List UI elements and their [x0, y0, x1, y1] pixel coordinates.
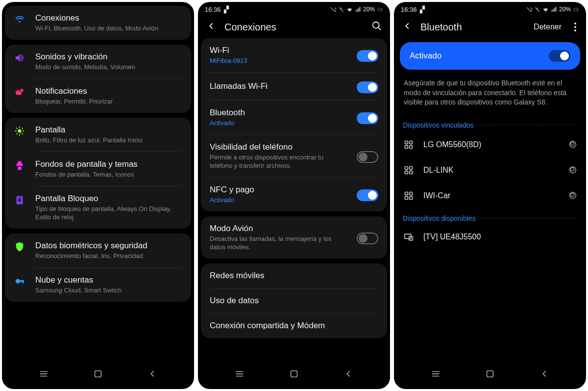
paired-device-row[interactable]: LG OM5560(8D)	[394, 132, 586, 157]
svg-rect-4	[18, 199, 21, 202]
row-nube[interactable]: Nube y cuentasSamsung Cloud, Smart Switc…	[5, 268, 191, 302]
svg-rect-14	[578, 9, 578, 10]
nav-bar	[198, 362, 390, 389]
bluetooth-screen: 16:36▞ 20% Bluetooth Detener Activado As…	[394, 2, 586, 389]
row-fondos[interactable]: Fondos de pantalla y temasFondos de pant…	[5, 152, 191, 186]
key-icon	[13, 276, 26, 287]
device-settings-button[interactable]	[567, 139, 577, 151]
svg-point-5	[16, 279, 20, 283]
card-connections: ConexionesWi-Fi, Bluetooth, Uso de datos…	[5, 6, 191, 40]
page-title: Conexiones	[224, 22, 364, 33]
bluetooth-info-text: Asegúrate de que tu dispositivo Bluetoot…	[394, 76, 586, 115]
more-menu[interactable]	[572, 21, 578, 33]
svg-rect-16	[410, 141, 413, 144]
wifi-toggle[interactable]	[357, 50, 378, 62]
svg-rect-15	[405, 141, 408, 144]
nfc-toggle[interactable]	[357, 189, 378, 201]
device-grid-icon	[403, 140, 415, 150]
settings-main-screen: ConexionesWi-Fi, Bluetooth, Uso de datos…	[2, 2, 194, 389]
row-modem[interactable]: Conexión compartida y Módem	[201, 313, 387, 338]
row-airplane[interactable]: Modo AviónDesactiva las llamadas, la men…	[201, 216, 387, 259]
device-settings-button[interactable]	[567, 190, 577, 202]
section-paired-devices: Dispositivos vinculados	[394, 115, 586, 132]
svg-rect-18	[410, 145, 413, 148]
airplane-toggle[interactable]	[357, 233, 378, 244]
nav-back[interactable]	[147, 368, 158, 381]
row-visibility[interactable]: Visibilidad del teléfonoPermite a otros …	[201, 135, 387, 177]
screenshot-icon: ▞	[420, 6, 425, 13]
stop-button[interactable]: Detener	[534, 23, 562, 31]
wallpaper-icon	[13, 160, 26, 171]
nav-home[interactable]	[289, 368, 299, 381]
nav-home[interactable]	[485, 368, 495, 381]
svg-rect-29	[487, 371, 493, 377]
connections-screen: 16:36▞ 20% Conexiones Wi-FiMiFibra-0913 …	[198, 2, 390, 389]
bluetooth-activated-banner[interactable]: Activado	[400, 42, 580, 70]
row-redes-moviles[interactable]: Redes móviles	[201, 263, 387, 288]
bluetooth-toggle[interactable]	[357, 112, 378, 124]
svg-rect-23	[405, 192, 408, 195]
svg-rect-7	[23, 280, 24, 283]
sound-icon	[13, 52, 26, 63]
svg-rect-21	[405, 171, 408, 174]
row-notificaciones[interactable]: NotificacionesBloquear, Permitir, Priori…	[5, 79, 191, 113]
nav-bar	[394, 362, 586, 389]
search-button[interactable]	[371, 21, 382, 33]
nav-recent[interactable]	[430, 368, 441, 381]
row-uso-datos[interactable]: Uso de datos	[201, 288, 387, 313]
row-nfc[interactable]: NFC y pagoActivado	[201, 178, 387, 211]
svg-rect-17	[405, 145, 408, 148]
display-icon	[13, 126, 26, 136]
nav-back[interactable]	[343, 368, 354, 381]
back-button[interactable]	[402, 21, 413, 33]
svg-rect-10	[382, 9, 382, 10]
tv-icon	[403, 232, 415, 242]
svg-rect-26	[410, 196, 413, 199]
row-pantalla[interactable]: PantallaBrillo, Filtro de luz azul, Pant…	[5, 118, 191, 152]
svg-rect-24	[410, 192, 413, 195]
wificalling-toggle[interactable]	[357, 81, 378, 93]
svg-point-11	[373, 22, 379, 28]
nav-home[interactable]	[93, 368, 103, 381]
page-title: Bluetooth	[420, 22, 526, 33]
status-bar: 16:36▞ 20%	[394, 2, 586, 16]
svg-point-2	[18, 129, 21, 132]
device-grid-icon	[403, 165, 415, 175]
svg-rect-12	[291, 371, 297, 377]
row-wificalling[interactable]: Llamadas Wi-Fi	[201, 73, 387, 100]
row-conexiones[interactable]: ConexionesWi-Fi, Bluetooth, Uso de datos…	[5, 6, 191, 40]
paired-device-row[interactable]: DL-LINK	[394, 157, 586, 183]
svg-rect-25	[405, 196, 408, 199]
lock-icon	[13, 194, 26, 205]
svg-rect-9	[378, 8, 382, 10]
nav-recent[interactable]	[38, 368, 49, 381]
back-button[interactable]	[206, 21, 217, 33]
visibility-toggle[interactable]	[357, 151, 378, 163]
svg-rect-22	[410, 171, 413, 174]
row-seguridad[interactable]: Datos biométricos y seguridadReconocimie…	[5, 234, 191, 267]
section-available-devices: Dispositivos disponibles	[394, 209, 586, 225]
nav-back[interactable]	[539, 368, 550, 381]
row-sonidos[interactable]: Sonidos y vibraciónModo de sonido, Melod…	[5, 45, 191, 78]
nav-bar	[2, 362, 194, 389]
device-settings-button[interactable]	[567, 164, 577, 176]
paired-device-row[interactable]: IWI-Car	[394, 183, 586, 209]
status-bar: 16:36▞ 20%	[198, 2, 390, 16]
available-device-row[interactable]: [TV] UE48J5500	[394, 225, 586, 249]
row-pantalla-bloqueo[interactable]: Pantalla BloqueoTipo de bloqueo de panta…	[5, 186, 191, 229]
screenshot-icon: ▞	[224, 6, 229, 13]
notif-icon	[13, 87, 26, 98]
wifi-icon	[13, 14, 26, 25]
svg-rect-8	[95, 371, 101, 377]
svg-rect-19	[405, 166, 408, 169]
svg-rect-20	[410, 166, 413, 169]
svg-point-1	[20, 89, 24, 92]
device-grid-icon	[403, 191, 415, 201]
bluetooth-master-toggle[interactable]	[549, 50, 570, 62]
nav-recent[interactable]	[234, 368, 245, 381]
shield-icon	[13, 241, 26, 252]
row-bluetooth[interactable]: BluetoothActivado	[201, 101, 387, 134]
svg-rect-13	[574, 8, 578, 10]
row-wifi[interactable]: Wi-FiMiFibra-0913	[201, 38, 387, 72]
